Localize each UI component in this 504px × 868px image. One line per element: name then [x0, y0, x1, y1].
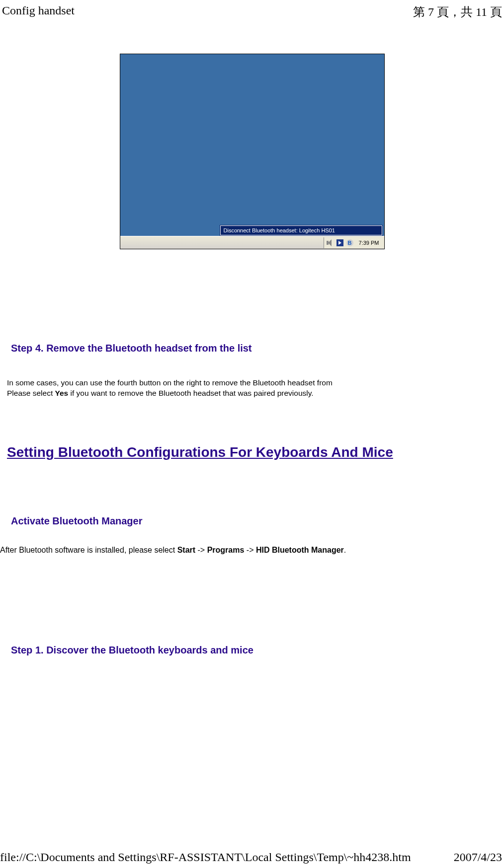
activate-period: . [344, 546, 346, 554]
activate-arrow1: -> [195, 546, 207, 554]
system-tray: B 7:39 PM [324, 237, 384, 248]
embedded-screenshot: Disconnect Bluetooth headset: Logitech H… [120, 54, 385, 249]
step1-heading: Step 1. Discover the Bluetooth keyboards… [11, 645, 504, 656]
activate-programs: Programs [207, 546, 245, 554]
activate-heading: Activate Bluetooth Manager [11, 515, 504, 527]
bluetooth-icon: B [346, 239, 354, 247]
main-heading: Setting Bluetooth Configurations For Key… [7, 443, 504, 461]
page-title: Config handset [2, 4, 75, 20]
activate-arrow2: -> [244, 546, 256, 554]
activate-start: Start [177, 546, 195, 554]
activate-hid: HID Bluetooth Manager [256, 546, 344, 554]
step4-line2-suffix: if you want to remove the Bluetooth head… [68, 389, 313, 397]
step4-line1: In some cases, you can use the fourth bu… [7, 378, 333, 387]
activate-body: After Bluetooth software is installed, p… [0, 545, 504, 556]
footer-path: file://C:\Documents and Settings\RF-ASSI… [0, 851, 411, 864]
step4-yes: Yes [55, 389, 69, 397]
step4-heading: Step 4. Remove the Bluetooth headset fro… [11, 343, 504, 354]
activate-prefix: After Bluetooth software is installed, p… [0, 546, 177, 554]
clock: 7:39 PM [356, 240, 382, 246]
volume-icon [326, 239, 334, 247]
footer-date: 2007/4/23 [454, 851, 502, 864]
step4-body: In some cases, you can use the fourth bu… [7, 378, 504, 399]
step4-line2-prefix: Please select [7, 389, 55, 397]
tooltip-text: Disconnect Bluetooth headset: Logitech H… [220, 225, 382, 235]
tooltip-bar: Disconnect Bluetooth headset: Logitech H… [220, 225, 383, 236]
taskbar: B 7:39 PM [120, 236, 384, 249]
media-play-icon [336, 239, 344, 247]
page-indicator: 第 7 頁，共 11 頁 [413, 4, 502, 20]
